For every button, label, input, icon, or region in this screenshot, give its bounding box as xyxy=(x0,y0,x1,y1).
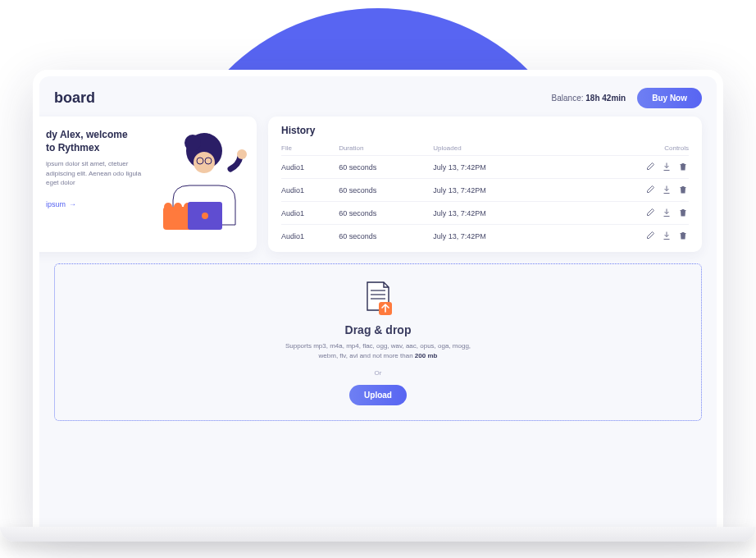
download-icon[interactable] xyxy=(661,207,672,218)
edit-icon[interactable] xyxy=(644,207,656,218)
balance-area: Balance: 18h 42min Buy Now xyxy=(552,88,702,108)
table-row: Audio160 secondsJuly 13, 7:42PM xyxy=(281,225,689,248)
cell-duration: 60 seconds xyxy=(339,225,433,248)
cell-uploaded: July 13, 7:42PM xyxy=(433,225,566,248)
welcome-text: dy Alex, welcome to Rythmex ipsum dolor … xyxy=(46,128,150,249)
edit-icon[interactable] xyxy=(644,230,656,241)
welcome-illustration xyxy=(157,128,247,249)
table-row: Audio160 secondsJuly 13, 7:42PM xyxy=(281,179,689,202)
welcome-link-label: ipsum xyxy=(46,200,66,208)
table-row: Audio160 secondsJuly 13, 7:42PM xyxy=(281,156,689,179)
upload-file-icon xyxy=(359,279,397,317)
cell-uploaded: July 13, 7:42PM xyxy=(433,179,566,202)
app-screen: board Balance: 18h 42min Buy Now dy Alex… xyxy=(39,76,717,527)
svg-point-7 xyxy=(164,203,172,211)
edit-icon[interactable] xyxy=(644,184,656,195)
cell-file: Audio1 xyxy=(281,225,339,248)
cell-file: Audio1 xyxy=(281,202,339,225)
cell-uploaded: July 13, 7:42PM xyxy=(433,202,566,225)
upload-button[interactable]: Upload xyxy=(349,385,407,405)
dropzone-or-label: Or xyxy=(375,369,382,377)
topbar: board Balance: 18h 42min Buy Now xyxy=(39,88,702,117)
cell-uploaded: July 13, 7:42PM xyxy=(433,156,566,179)
balance-label-text: Balance: xyxy=(552,94,584,103)
history-header-row: File Duration Uploaded Controls xyxy=(281,141,689,156)
arrow-right-icon: → xyxy=(69,200,76,208)
cell-file: Audio1 xyxy=(281,179,339,202)
col-uploaded: Uploaded xyxy=(433,141,566,156)
history-card: History File Duration Uploaded Controls … xyxy=(268,117,702,252)
cell-controls xyxy=(566,179,689,202)
svg-point-11 xyxy=(202,213,208,219)
balance-label: Balance: 18h 42min xyxy=(552,94,626,103)
buy-now-button[interactable]: Buy Now xyxy=(637,88,702,108)
page-title: board xyxy=(54,89,95,107)
trash-icon[interactable] xyxy=(677,184,689,195)
download-icon[interactable] xyxy=(661,184,672,195)
dropzone[interactable]: Drag & drop Supports mp3, m4a, mp4, flac… xyxy=(54,263,702,421)
dropzone-description: Supports mp3, m4a, mp4, flac, ogg, wav, … xyxy=(284,341,472,361)
col-duration: Duration xyxy=(339,141,433,156)
svg-point-2 xyxy=(194,152,215,173)
history-title: History xyxy=(281,125,689,136)
col-file: File xyxy=(281,141,339,156)
download-icon[interactable] xyxy=(661,161,672,172)
cell-duration: 60 seconds xyxy=(339,156,433,179)
svg-point-1 xyxy=(184,135,201,151)
cell-controls xyxy=(566,202,689,225)
trash-icon[interactable] xyxy=(677,207,689,218)
welcome-card: dy Alex, welcome to Rythmex ipsum dolor … xyxy=(39,117,257,252)
device-base xyxy=(0,527,756,542)
history-table: File Duration Uploaded Controls Audio160… xyxy=(281,141,689,247)
cell-controls xyxy=(566,225,689,248)
content-row: dy Alex, welcome to Rythmex ipsum dolor … xyxy=(39,117,702,252)
dropzone-title: Drag & drop xyxy=(345,323,412,336)
welcome-link[interactable]: ipsum → xyxy=(46,200,76,208)
svg-point-8 xyxy=(174,203,182,211)
trash-icon[interactable] xyxy=(677,161,689,172)
welcome-description: ipsum dolor sit amet, ctetuer adipiscing… xyxy=(46,159,150,187)
table-row: Audio160 secondsJuly 13, 7:42PM xyxy=(281,202,689,225)
trash-icon[interactable] xyxy=(677,230,689,241)
device-frame: board Balance: 18h 42min Buy Now dy Alex… xyxy=(33,70,723,527)
cell-controls xyxy=(566,156,689,179)
cell-duration: 60 seconds xyxy=(339,202,433,225)
balance-value: 18h 42min xyxy=(585,94,626,103)
edit-icon[interactable] xyxy=(644,161,656,172)
cell-duration: 60 seconds xyxy=(339,179,433,202)
svg-point-5 xyxy=(237,149,247,159)
col-controls: Controls xyxy=(566,141,689,156)
download-icon[interactable] xyxy=(661,230,672,241)
cell-file: Audio1 xyxy=(281,156,339,179)
welcome-title: dy Alex, welcome to Rythmex xyxy=(46,128,150,154)
